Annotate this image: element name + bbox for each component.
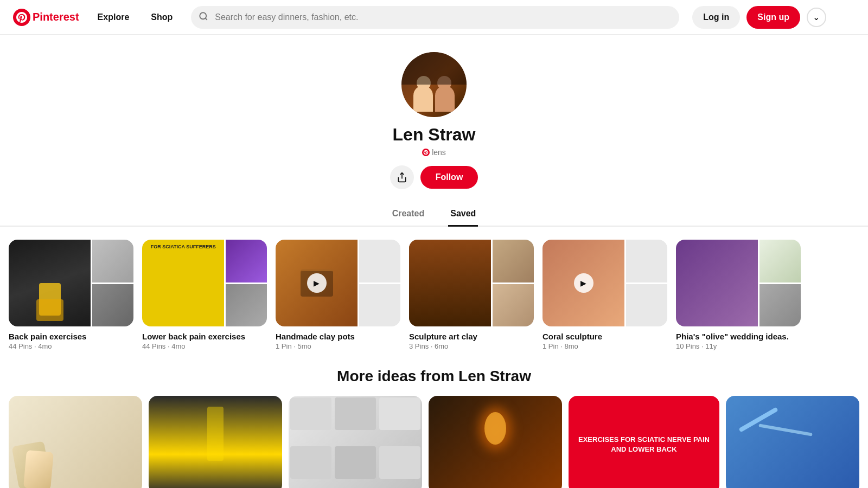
profile-name: Len Straw — [393, 125, 476, 145]
idea-card-1[interactable] — [9, 396, 142, 488]
more-ideas-section: More ideas from Len Straw EXERCISES FOR … — [0, 363, 868, 488]
avatar — [401, 52, 467, 117]
board-img-small-2 — [760, 284, 801, 327]
profile-tabs: Created Saved — [0, 202, 868, 227]
board-img-main: ▶ — [542, 240, 624, 326]
board-img-main — [409, 240, 491, 326]
logo[interactable]: Pinterest — [13, 9, 79, 26]
profile-handle: lens — [432, 148, 446, 157]
search-icon — [199, 11, 208, 23]
board-meta: 44 Pins · 4mo — [142, 342, 267, 350]
board-img-main — [676, 240, 758, 326]
board-img-small-2 — [493, 284, 534, 327]
search-input[interactable] — [191, 6, 679, 29]
board-img-small-2 — [226, 284, 267, 327]
profile-handle-wrap: lens — [422, 148, 446, 157]
tab-saved[interactable]: Saved — [448, 202, 478, 227]
nav-explore[interactable]: Explore — [88, 7, 139, 28]
idea-card-6[interactable] — [726, 396, 859, 488]
board-card-clay-pots[interactable]: ▶ Handmade clay pots 1 Pin · 5mo — [276, 240, 400, 350]
play-icon: ▶ — [574, 273, 593, 293]
board-img-small-2 — [359, 284, 400, 327]
share-icon — [397, 172, 407, 183]
follow-button[interactable]: Follow — [420, 166, 478, 189]
svg-point-1 — [200, 12, 207, 19]
board-img-small-1 — [626, 240, 667, 282]
board-card-back-pain[interactable]: Back pain exercises 44 Pins · 4mo — [9, 240, 133, 350]
tab-created[interactable]: Created — [390, 202, 427, 227]
board-title: Lower back pain exercises — [142, 332, 267, 341]
board-title: Coral sculpture — [542, 332, 667, 341]
board-img-small-1 — [92, 240, 133, 282]
board-img-small-1 — [226, 240, 267, 282]
board-img-main — [9, 240, 91, 326]
board-img-small-2 — [92, 284, 133, 327]
ideas-grid: EXERCISES FOR SCIATIC NERVE PAIN AND LOW… — [9, 396, 859, 488]
svg-point-3 — [422, 149, 430, 156]
svg-line-2 — [206, 18, 207, 20]
board-grid: Back pain exercises 44 Pins · 4mo FOR SC… — [0, 227, 868, 363]
logo-text: Pinterest — [33, 11, 79, 23]
board-title: Handmade clay pots — [276, 332, 400, 341]
idea-card-4[interactable] — [429, 396, 562, 488]
board-meta: 3 Pins · 6mo — [409, 342, 534, 350]
board-card-wedding[interactable]: Phia's "olive" wedding ideas. 10 Pins · … — [676, 240, 801, 350]
nav-shop[interactable]: Shop — [141, 7, 182, 28]
play-icon: ▶ — [307, 273, 327, 293]
header-right: Log in Sign up ⌄ — [692, 6, 826, 29]
idea-card-3[interactable] — [289, 396, 422, 488]
more-ideas-title: More ideas from Len Straw — [9, 368, 859, 385]
board-img-small-1 — [493, 240, 534, 282]
main-nav: Explore Shop — [88, 7, 183, 28]
board-img-small-1 — [359, 240, 400, 282]
share-button[interactable] — [390, 165, 414, 189]
search-bar — [191, 6, 679, 29]
pinterest-small-icon — [422, 149, 430, 156]
board-meta: 1 Pin · 5mo — [276, 342, 400, 350]
board-meta: 1 Pin · 8mo — [542, 342, 667, 350]
login-button[interactable]: Log in — [692, 6, 740, 29]
board-meta: 10 Pins · 11y — [676, 342, 801, 350]
profile-section: Len Straw lens Follow Created Saved — [0, 35, 868, 227]
board-card-coral[interactable]: ▶ Coral sculpture 1 Pin · 8mo — [542, 240, 667, 350]
header: Pinterest Explore Shop Log in Sign up ⌄ — [0, 0, 868, 35]
board-img-main: FOR SCIATICA SUFFERERS — [142, 240, 224, 326]
idea-card-5[interactable]: EXERCISES FOR SCIATIC NERVE PAIN AND LOW… — [569, 396, 719, 488]
board-img-main: ▶ — [276, 240, 358, 326]
board-card-sculpture[interactable]: Sculpture art clay 3 Pins · 6mo — [409, 240, 534, 350]
signup-button[interactable]: Sign up — [746, 6, 800, 29]
profile-actions: Follow — [390, 165, 478, 189]
board-img-small-1 — [760, 240, 801, 282]
board-title: Sculpture art clay — [409, 332, 534, 341]
board-title: Phia's "olive" wedding ideas. — [676, 332, 801, 341]
pinterest-logo-icon — [13, 9, 30, 26]
board-card-lower-back[interactable]: FOR SCIATICA SUFFERERS Lower back pain e… — [142, 240, 267, 350]
expand-button[interactable]: ⌄ — [807, 8, 826, 27]
board-title: Back pain exercises — [9, 332, 133, 341]
board-meta: 44 Pins · 4mo — [9, 342, 133, 350]
idea-card-2[interactable] — [149, 396, 282, 488]
board-img-small-2 — [626, 284, 667, 327]
svg-point-0 — [13, 9, 30, 26]
